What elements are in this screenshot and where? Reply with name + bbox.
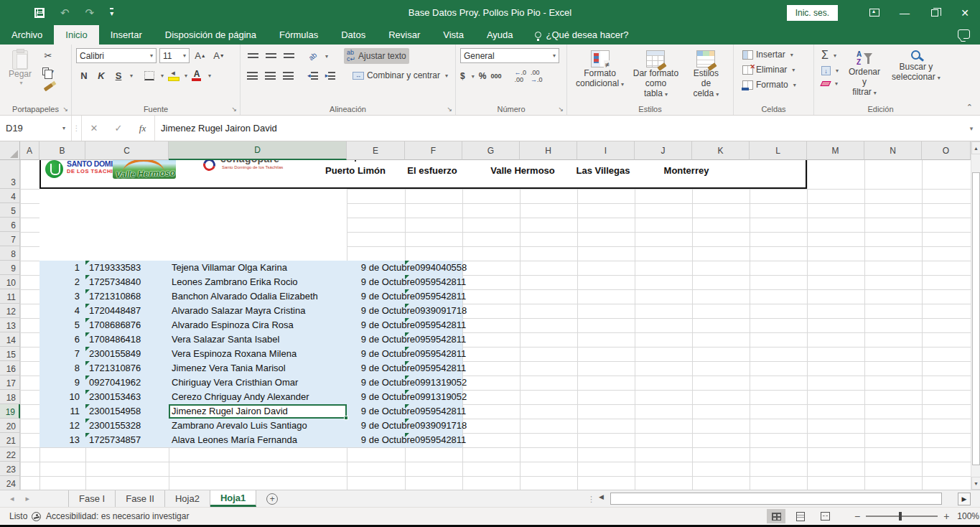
cell-C11[interactable]: 1721310868 — [89, 291, 141, 302]
cell-D19[interactable]: Jimenez Rugel Jairon David — [172, 406, 345, 417]
row-header-7[interactable]: 7 — [0, 232, 20, 246]
cell-C9[interactable]: 1719333583 — [89, 262, 141, 274]
ribbon-tab-revisar[interactable]: Revisar — [377, 25, 431, 45]
tab-scroll-splitter[interactable]: ⋮ — [587, 490, 595, 508]
cell-C15[interactable]: 2300155849 — [89, 348, 141, 360]
cell-C19[interactable]: 2300154958 — [89, 406, 141, 417]
cell-B19[interactable]: 11 — [39, 406, 80, 417]
cell-B14[interactable]: 6 — [39, 334, 80, 345]
hscroll-right-icon[interactable]: ▶ — [958, 493, 971, 505]
row-header-17[interactable]: 17 — [0, 376, 20, 390]
ribbon-tab-inicio[interactable]: Inicio — [54, 25, 98, 45]
align-center-icon[interactable] — [263, 68, 279, 83]
number-format-select[interactable]: General▾ — [460, 48, 559, 63]
sheet-tab-hoja1[interactable]: Hoja1 — [210, 490, 256, 507]
cell-B15[interactable]: 7 — [39, 348, 80, 360]
tell-me-box[interactable]: ¿Qué desea hacer? — [525, 25, 639, 45]
cut-icon[interactable]: ✂ — [40, 48, 56, 62]
cell-C14[interactable]: 1708486418 — [89, 334, 141, 345]
row-header-22[interactable]: 22 — [0, 447, 20, 462]
page-break-view-button[interactable] — [816, 509, 834, 523]
underline-dropdown[interactable]: ▾ — [130, 73, 133, 79]
ribbon-tab-f-rmulas[interactable]: Fórmulas — [268, 25, 330, 45]
percent-format-icon[interactable]: % — [479, 71, 487, 81]
cell-C17[interactable]: 0927041962 — [89, 377, 141, 388]
column-header-N[interactable]: N — [864, 141, 922, 160]
cell-C20[interactable]: 2300155328 — [89, 420, 141, 432]
normal-view-button[interactable] — [767, 509, 785, 523]
ribbon-tab-ayuda[interactable]: Ayuda — [475, 25, 525, 45]
horizontal-scrollbar-thumb[interactable] — [610, 493, 942, 505]
row-header-23[interactable]: 23 — [0, 462, 20, 476]
grow-font-icon[interactable]: A▲ — [192, 49, 208, 63]
column-header-M[interactable]: M — [807, 141, 864, 160]
conditional-formatting-button[interactable]: Formato condicional▾ — [571, 48, 628, 101]
autosum-button[interactable]: Σ▾ — [818, 48, 841, 62]
increase-indent-icon[interactable]: ▸ — [322, 68, 338, 83]
cell-F21[interactable]: 0959542811 — [415, 434, 466, 446]
hscroll-left-icon[interactable]: ◀ — [599, 493, 604, 500]
format-cells-button[interactable]: Formato▾ — [739, 78, 809, 91]
cell-C13[interactable]: 1708686876 — [89, 320, 141, 331]
cell-D16[interactable]: Jimenez Vera Tania Marisol — [172, 363, 345, 374]
cell-B18[interactable]: 10 — [39, 391, 80, 403]
column-header-O[interactable]: O — [922, 141, 971, 160]
cell-C21[interactable]: 1725734857 — [89, 434, 141, 446]
delete-cells-button[interactable]: Eliminar▾ — [739, 63, 809, 76]
copy-icon[interactable]: ▾ — [40, 64, 56, 78]
column-header-F[interactable]: F — [405, 141, 462, 160]
cell-F13[interactable]: 0959542811 — [415, 320, 466, 331]
font-dialog-launcher[interactable]: ↘ — [231, 106, 237, 113]
borders-icon[interactable] — [141, 68, 157, 83]
share-comment-icon[interactable] — [958, 29, 970, 39]
fill-color-icon[interactable]: ◂ — [165, 68, 181, 83]
cell-D14[interactable]: Vera Salazar Santa Isabel — [172, 334, 345, 345]
zoom-in-icon[interactable]: + — [943, 510, 949, 522]
cell-C12[interactable]: 1720448487 — [89, 305, 141, 317]
customize-qat-icon[interactable]: ▾ — [110, 8, 113, 17]
column-header-E[interactable]: E — [347, 141, 405, 160]
cell-styles-button[interactable]: Estilos de celda▾ — [683, 48, 729, 101]
align-right-icon[interactable] — [281, 68, 297, 83]
row-header-13[interactable]: 13 — [0, 318, 20, 332]
row-header-5[interactable]: 5 — [0, 203, 20, 218]
cell-B17[interactable]: 9 — [39, 377, 80, 388]
expand-formula-bar-icon[interactable]: ▾ — [963, 116, 980, 141]
scroll-up-icon[interactable]: ▲ — [971, 141, 980, 154]
row-header-24[interactable]: 24 — [0, 476, 20, 490]
clipboard-dialog-launcher[interactable]: ↘ — [62, 106, 68, 113]
confirm-entry-icon[interactable]: ✓ — [106, 116, 131, 141]
column-header-C[interactable]: C — [85, 141, 169, 160]
column-header-D[interactable]: D — [169, 141, 347, 160]
column-header-B[interactable]: B — [39, 141, 85, 160]
font-color-icon[interactable]: A — [189, 68, 205, 83]
ribbon-tab-archivo[interactable]: Archivo — [0, 25, 54, 45]
decrease-decimal-icon[interactable]: .00→.0 — [531, 69, 543, 83]
format-as-table-button[interactable]: Dar formato como tabla▾ — [628, 48, 683, 101]
save-icon[interactable] — [34, 8, 45, 18]
redo-icon[interactable]: ↷ — [85, 7, 95, 18]
cancel-entry-icon[interactable]: ✕ — [82, 116, 106, 141]
ribbon-tab-datos[interactable]: Datos — [330, 25, 377, 45]
cell-F19[interactable]: 0959542811 — [415, 406, 466, 417]
borders-dropdown[interactable]: ▾ — [161, 73, 164, 79]
italic-button[interactable]: K — [93, 68, 109, 83]
currency-format-icon[interactable]: $ — [460, 71, 465, 81]
scroll-down-icon[interactable]: ▼ — [971, 477, 980, 490]
cell-D17[interactable]: Chiriguay Vera Cristhian Omar — [172, 377, 345, 388]
align-top-icon[interactable] — [245, 49, 261, 63]
zoom-slider[interactable] — [866, 516, 938, 517]
row-header-8[interactable]: 8 — [0, 246, 20, 261]
accessibility-status[interactable]: Accesibilidad: es necesario investigar — [32, 511, 189, 521]
close-button[interactable]: ✕ — [950, 0, 980, 25]
row-header-19[interactable]: 19 — [0, 404, 20, 419]
fill-button[interactable]: ↓▾ — [818, 65, 841, 77]
sign-in-button[interactable]: Inic. ses. — [787, 5, 838, 21]
cell-B9[interactable]: 1 — [39, 262, 80, 274]
font-color-dropdown[interactable]: ▾ — [208, 73, 211, 79]
shrink-font-icon[interactable]: A▼ — [211, 49, 227, 63]
vertical-scrollbar-thumb[interactable] — [972, 172, 980, 465]
formula-bar-handle[interactable]: ⋮ — [72, 116, 82, 141]
select-all-corner[interactable] — [0, 141, 20, 160]
bold-button[interactable]: N — [76, 68, 92, 83]
